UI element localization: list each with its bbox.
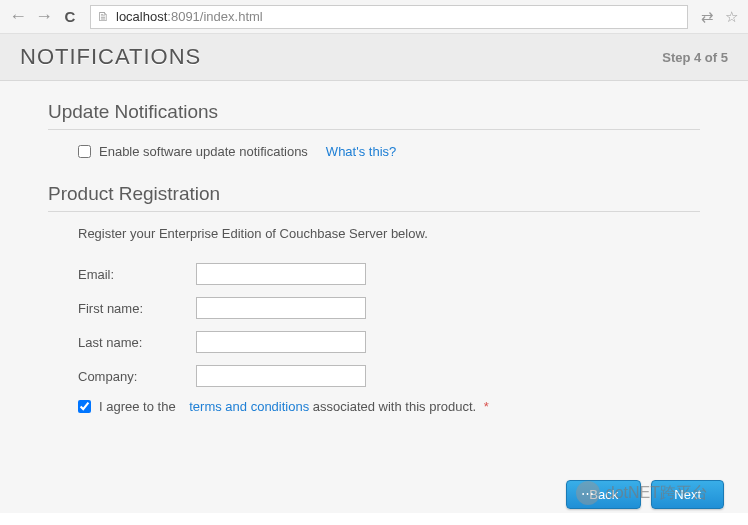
page-title: NOTIFICATIONS: [20, 44, 201, 70]
last-name-row: Last name:: [78, 331, 700, 353]
registration-description: Register your Enterprise Edition of Couc…: [78, 226, 700, 241]
terms-prefix: I agree to the: [99, 399, 176, 414]
step-indicator: Step 4 of 5: [662, 50, 728, 65]
browser-toolbar: ← → C 🗎 localhost :8091 /index.html ⇄ ☆: [0, 0, 748, 34]
required-indicator: *: [484, 399, 489, 414]
first-name-field[interactable]: [196, 297, 366, 319]
registration-section-title: Product Registration: [48, 183, 700, 212]
company-row: Company:: [78, 365, 700, 387]
terms-link[interactable]: terms and conditions: [189, 399, 309, 414]
email-field[interactable]: [196, 263, 366, 285]
email-row: Email:: [78, 263, 700, 285]
enable-updates-checkbox[interactable]: [78, 145, 91, 158]
whats-this-link[interactable]: What's this?: [326, 144, 396, 159]
url-bar[interactable]: 🗎 localhost :8091 /index.html: [90, 5, 688, 29]
url-port: :8091: [167, 9, 200, 24]
url-host: localhost: [116, 9, 167, 24]
first-name-label: First name:: [78, 301, 196, 316]
update-section-title: Update Notifications: [48, 101, 700, 130]
content-area: Update Notifications Enable software upd…: [0, 81, 748, 476]
translate-icon[interactable]: ⇄: [698, 8, 716, 26]
email-label: Email:: [78, 267, 196, 282]
company-field[interactable]: [196, 365, 366, 387]
forward-icon[interactable]: →: [34, 6, 54, 27]
company-label: Company:: [78, 369, 196, 384]
button-bar: Back Next: [0, 476, 748, 513]
next-button[interactable]: Next: [651, 480, 724, 509]
back-icon[interactable]: ←: [8, 6, 28, 27]
last-name-field[interactable]: [196, 331, 366, 353]
url-path: /index.html: [200, 9, 263, 24]
terms-suffix: associated with this product.: [313, 399, 476, 414]
registration-section-body: Register your Enterprise Edition of Couc…: [48, 226, 700, 414]
update-section-body: Enable software update notifications Wha…: [48, 144, 700, 159]
enable-updates-label: Enable software update notifications: [99, 144, 308, 159]
bookmark-icon[interactable]: ☆: [722, 8, 740, 26]
file-icon: 🗎: [97, 9, 110, 24]
back-button[interactable]: Back: [566, 480, 641, 509]
agree-terms-checkbox[interactable]: [78, 400, 91, 413]
first-name-row: First name:: [78, 297, 700, 319]
reload-icon[interactable]: C: [60, 8, 80, 25]
terms-row: I agree to the terms and conditions asso…: [78, 399, 700, 414]
last-name-label: Last name:: [78, 335, 196, 350]
page-header: NOTIFICATIONS Step 4 of 5: [0, 34, 748, 81]
